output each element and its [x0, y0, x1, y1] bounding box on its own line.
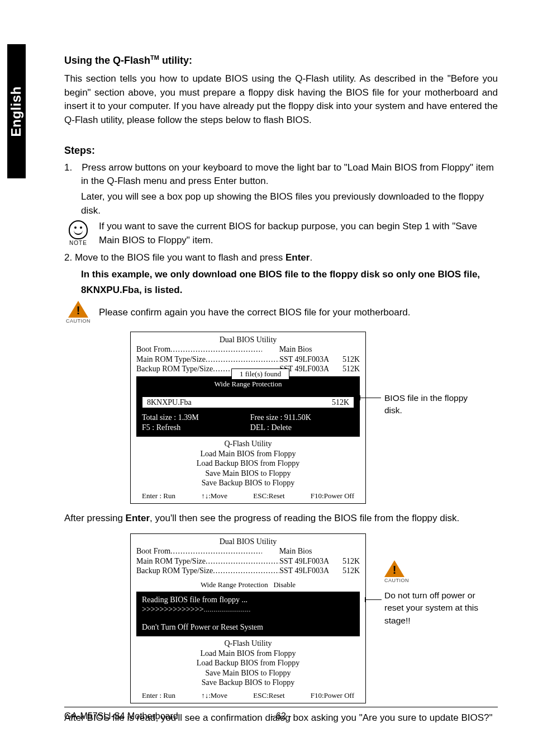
footer-page-number: - 62 - [64, 710, 498, 722]
menu-load-main[interactable]: Load Main BIOS from Floppy [136, 449, 360, 459]
bios-panel-1: Dual BIOS Utility Boot From ............… [130, 332, 366, 504]
bios-file-row[interactable]: 8KNXPU.Fba 512K [142, 396, 354, 409]
page-content: Using the Q-FlashTM utility: This sectio… [64, 53, 498, 725]
bios-footer-1: Enter : Run ↑↓:Move ESC:Reset F10:Power … [131, 490, 365, 503]
note-block: NOTE If you want to save the current BIO… [64, 220, 498, 247]
page-footer: GA-M57SLI-S4 Motherboard - 62 - [64, 707, 498, 722]
bios-panel-2: Dual BIOS Utility Boot From ............… [130, 533, 366, 704]
steps-heading: Steps: [64, 143, 498, 158]
files-found-popup: 1 file(s) found [231, 368, 289, 380]
intro-paragraph: This section tells you how to update BIO… [64, 72, 498, 127]
menu-load-backup-2[interactable]: Load Backup BIOS from Floppy [136, 658, 360, 668]
after-enter-text: After pressing Enter, you'll then see th… [64, 512, 498, 526]
wrp-row-2: Wide Range Protection Disable [136, 580, 360, 589]
callout-line-1 [360, 398, 381, 398]
language-tab: English [7, 44, 26, 178]
note-icon: NOTE [64, 220, 92, 248]
menu-save-main-2[interactable]: Save Main BIOS to Floppy [136, 668, 360, 678]
step-1-line-2: Later, you will see a box pop up showing… [64, 190, 498, 218]
menu-save-backup-2[interactable]: Save Backup BIOS to Floppy [136, 678, 360, 688]
caution-icon: ! CAUTION [64, 301, 92, 325]
reading-label: Reading BIOS file from floppy ... [142, 595, 354, 605]
bios-boot-row: Boot From ..............................… [136, 344, 360, 355]
bios-panel-1-wrapper: Dual BIOS Utility Boot From ............… [130, 332, 499, 504]
bios-file-size: 512K [332, 398, 349, 408]
callout-1: BIOS file in the floppy disk. [384, 392, 488, 417]
bios-main-rom-row: Main ROM Type/Size .....................… [136, 355, 360, 365]
bios-panel-2-wrapper: Dual BIOS Utility Boot From ............… [130, 533, 499, 704]
bios-title-2: Dual BIOS Utility [136, 537, 360, 547]
note-text: If you want to save the current BIOS for… [99, 220, 498, 247]
caution-block-1: ! CAUTION Please confirm again you have … [64, 301, 498, 325]
menu-load-main-2[interactable]: Load Main BIOS from Floppy [136, 649, 360, 659]
reading-progress: >>>>>>>>>>>>>>........................ [142, 604, 354, 615]
callout-2: Do not turn off power or reset your syst… [384, 589, 488, 627]
section-heading: Using the Q-FlashTM utility: [64, 53, 498, 68]
step-2: 2. Move to the BIOS file you want to fla… [64, 251, 498, 265]
menu-load-backup[interactable]: Load Backup BIOS from Floppy [136, 459, 360, 469]
caution-icon-2: ! CAUTION [384, 560, 404, 584]
bios-file-name: 8KNXPU.Fba [147, 398, 192, 408]
menu-save-backup[interactable]: Save Backup BIOS to Floppy [136, 478, 360, 488]
do-not-power-off-label: Don't Turn Off Power or Reset System [142, 622, 354, 632]
example-line-1: In this example, we only download one BI… [81, 268, 498, 282]
bios-title: Dual BIOS Utility [136, 335, 360, 345]
step-1-line-1: 1. Press arrow buttons on your keyboard … [64, 161, 498, 188]
bios-keys-row: F5 : Refresh DEL : Delete [142, 423, 354, 433]
bios-size-row: Total size : 1.39M Free size : 911.50K [142, 413, 354, 423]
language-label: English [7, 86, 26, 136]
example-line-2: 8KNXPU.Fba, is listed. [81, 284, 498, 297]
callout-tick-2 [365, 597, 365, 602]
bios-dark-panel-1: Wide Range Protection 1 file(s) found 8K… [136, 376, 360, 437]
callout-line-2 [365, 599, 382, 600]
bios-dark-panel-2: Reading BIOS file from floppy ... >>>>>>… [136, 592, 360, 637]
callout-tick-1 [360, 395, 360, 400]
bios-footer-2: Enter : Run ↑↓:Move ESC:Reset F10:Power … [131, 689, 365, 703]
menu-save-main[interactable]: Save Main BIOS to Floppy [136, 469, 360, 479]
qflash-utility-label: Q-Flash Utility [136, 439, 360, 449]
caution-text-1: Please confirm again you have the correc… [99, 306, 498, 320]
